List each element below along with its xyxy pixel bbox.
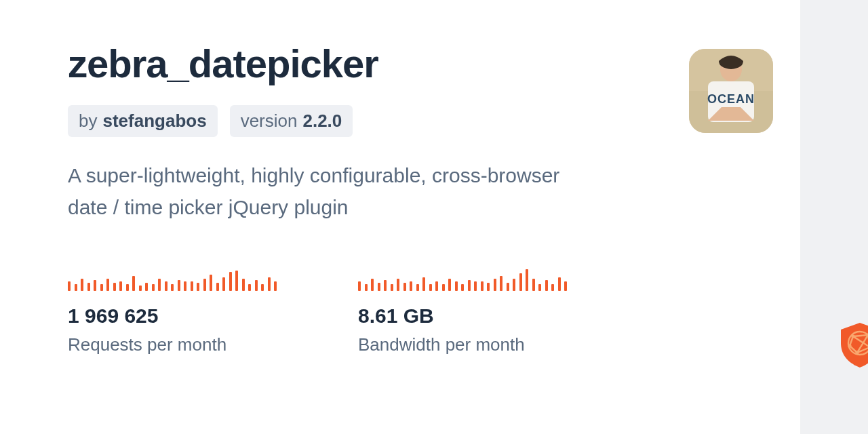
bandwidth-value: 8.61 GB [358,304,567,328]
svg-text:OCEAN: OCEAN [707,92,755,106]
stats-row: 1 969 625 Requests per month 8.61 GB Ban… [68,261,732,355]
bandwidth-sparkline [358,261,567,291]
badges-row: by stefangabos version 2.2.0 [68,105,732,137]
requests-sparkline [68,261,277,291]
version-badge[interactable]: version 2.2.0 [230,105,353,137]
package-card: zebra_datepicker by stefangabos version … [0,0,800,434]
version-prefix: version [241,111,298,132]
requests-label: Requests per month [68,334,277,355]
package-title: zebra_datepicker [68,41,732,86]
author-prefix: by [79,111,97,132]
bandwidth-stat: 8.61 GB Bandwidth per month [358,261,567,355]
author-badge[interactable]: by stefangabos [68,105,218,137]
avatar[interactable]: OCEAN [689,49,773,133]
requests-value: 1 969 625 [68,304,277,328]
bandwidth-label: Bandwidth per month [358,334,567,355]
package-description: A super-lightweight, highly configurable… [68,160,597,223]
version-number: 2.2.0 [302,111,342,132]
sidebar-strip [800,0,868,434]
author-name: stefangabos [102,111,206,132]
shield-icon[interactable] [838,321,868,369]
requests-stat: 1 969 625 Requests per month [68,261,277,355]
